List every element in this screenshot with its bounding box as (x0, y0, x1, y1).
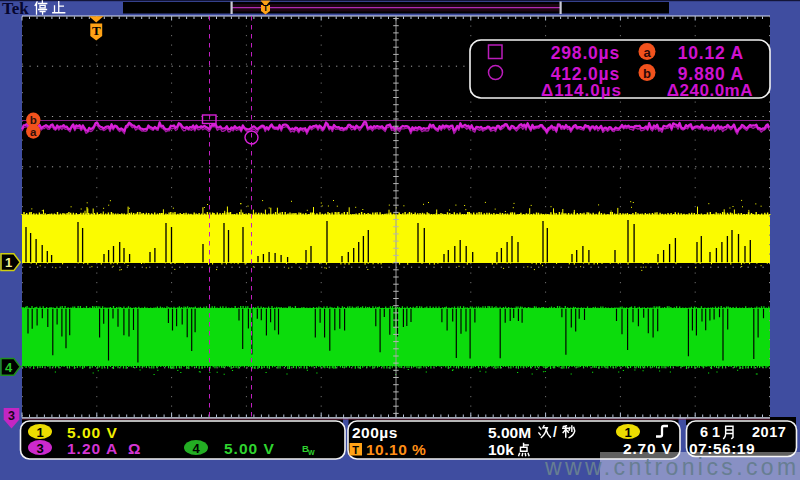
svg-text:www.cntronics.com: www.cntronics.com (544, 454, 800, 480)
svg-text:5.00 V: 5.00 V (67, 424, 118, 441)
svg-text:W: W (308, 449, 315, 456)
svg-text:5.00M: 5.00M (488, 424, 531, 441)
svg-text:200µs: 200µs (352, 424, 398, 441)
svg-text:1.20 A: 1.20 A (67, 440, 118, 457)
svg-text:Δ240.0mA: Δ240.0mA (667, 81, 753, 100)
svg-text:Tek: Tek (2, 0, 29, 18)
svg-text:1: 1 (624, 425, 631, 440)
svg-text:1: 1 (36, 425, 43, 440)
svg-text:3: 3 (36, 441, 43, 456)
svg-text:6 1: 6 1 (700, 424, 720, 440)
svg-text:3: 3 (8, 409, 15, 423)
svg-text:4: 4 (192, 441, 200, 456)
svg-text:2017: 2017 (752, 424, 786, 440)
svg-text:T: T (92, 23, 101, 38)
svg-text:10.12 A: 10.12 A (678, 43, 744, 63)
svg-text:a: a (30, 126, 37, 138)
svg-text:T: T (263, 3, 269, 13)
svg-text:a: a (643, 45, 651, 60)
svg-text:/: / (553, 424, 557, 440)
svg-text:10.10 %: 10.10 % (366, 441, 426, 458)
svg-text:5.00 V: 5.00 V (224, 440, 275, 457)
svg-text:Δ114.0µs: Δ114.0µs (541, 81, 622, 100)
svg-text:298.0µs: 298.0µs (551, 43, 620, 63)
svg-text:4: 4 (5, 360, 13, 375)
svg-text:Ω: Ω (128, 440, 140, 457)
svg-text:T: T (352, 444, 359, 456)
svg-text:1: 1 (5, 255, 12, 270)
svg-text:b: b (30, 114, 37, 126)
svg-text:b: b (643, 66, 651, 81)
svg-text:10k: 10k (488, 441, 514, 458)
